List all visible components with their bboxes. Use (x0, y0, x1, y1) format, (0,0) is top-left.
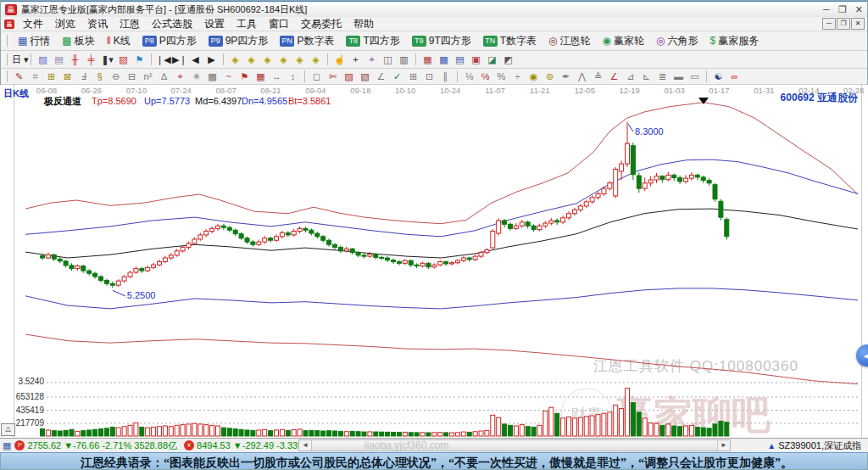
wave-tool[interactable]: ~ (221, 70, 236, 83)
sectors-button[interactable]: ▩板块 (57, 32, 99, 50)
horizontal-scrollbar[interactable]: ◄ ► (298, 439, 731, 451)
ink-line-tool[interactable]: ✒ (559, 70, 573, 83)
select-region-icon[interactable]: ▧ (116, 53, 131, 66)
quote-table-icon[interactable]: ▦ (3, 440, 11, 451)
t-square-button[interactable]: T8T四方形 (341, 32, 404, 50)
hexagon-button[interactable]: ◎六角形 (651, 32, 703, 50)
triangle-line-tool[interactable]: ≜ (591, 70, 605, 83)
p-square-button[interactable]: P8P四方形 (137, 32, 202, 50)
note-panel-icon[interactable]: ▤ (52, 53, 66, 66)
scroll-left-arrow[interactable]: ◄ (299, 440, 312, 450)
menu-formula-select[interactable]: 公式选股 (146, 18, 198, 31)
angle-tool[interactable]: ∆ (157, 70, 171, 83)
parallel-lines-tool[interactable]: ∥ (438, 70, 453, 83)
height-measure-tool[interactable]: ↕ (286, 70, 300, 83)
gann-square-tool[interactable]: ⊞ (44, 70, 58, 83)
child-minimize-button[interactable]: ─ (822, 18, 836, 30)
hand-tool[interactable]: ☝ (332, 53, 347, 66)
infinity-tool[interactable]: ∞ (727, 70, 742, 83)
kline-chart[interactable]: 3.524065312843541921770906-0806-2607-100… (0, 85, 868, 438)
fan-rays-tool[interactable]: ✄ (326, 70, 340, 83)
gann-square9-tool[interactable]: ⊠ (60, 70, 75, 83)
flag-tool[interactable]: ⚑ (237, 70, 252, 83)
menu-settings[interactable]: 设置 (198, 18, 231, 31)
zigzag-tool[interactable]: ✓ (390, 70, 404, 83)
scroll-right-arrow[interactable]: ► (717, 440, 730, 450)
menu-browse[interactable]: 浏览 (49, 18, 81, 31)
child-restore-button[interactable]: ❐ (837, 18, 850, 30)
gold-circle-tool[interactable]: ◉ (526, 70, 541, 83)
go-first-button[interactable]: ❘◀ (156, 53, 170, 66)
market-quote-button[interactable]: ▦行情 (13, 32, 55, 50)
diamond-compress-xy[interactable]: ◈ (309, 53, 323, 66)
box-select-tool[interactable]: ◻ (309, 70, 324, 83)
peak-line-tool[interactable]: ⋀ (575, 70, 589, 83)
width-measure-tool[interactable]: ↔ (270, 70, 284, 83)
menu-trade-entrust[interactable]: 交易委托 (295, 18, 348, 31)
taiji-tool[interactable]: ☯ (711, 70, 726, 83)
ratio-tool[interactable]: ⅛ (462, 70, 476, 83)
diamond-expand-xy[interactable]: ◈ (292, 53, 307, 66)
band-tool[interactable]: ⊟ (125, 70, 139, 83)
frame-grid-tool[interactable]: ⊡ (422, 70, 437, 83)
grid-net-tool[interactable]: ▩ (205, 70, 220, 83)
export-icon[interactable]: ◪ (485, 53, 499, 66)
diamond-expand-y[interactable]: ◈ (276, 53, 291, 66)
kline-red-icon[interactable]: ╫ (68, 53, 82, 66)
angle-up-tool[interactable]: ∠ (607, 70, 621, 83)
calculator-icon[interactable]: ▩ (437, 53, 451, 66)
winner-service-button[interactable]: $赢家服务 (705, 32, 765, 50)
gann-grid-tool[interactable]: ⌗ (28, 70, 42, 83)
run-icon[interactable]: ◩ (501, 53, 515, 66)
draw-pen-tool[interactable]: ✎ (12, 70, 26, 83)
child-close-button[interactable]: ✕ (851, 18, 865, 30)
shade-box-tool[interactable]: ▨ (342, 70, 356, 83)
bottom-box-tool[interactable]: ▭ (687, 70, 702, 83)
n-square-tool[interactable]: n² (141, 70, 155, 83)
menu-news[interactable]: 资讯 (81, 18, 114, 31)
shanghai-index-quote[interactable]: 2755.62 ▼-76.66 -2.71% 3528.88亿 (27, 439, 177, 452)
gann-fan-tool[interactable]: Ⅎ (76, 70, 91, 83)
menu-gann[interactable]: 江恩 (114, 18, 146, 31)
save-icon[interactable]: ▣ (469, 53, 483, 66)
angle-right-tool[interactable]: ⊿ (623, 70, 637, 83)
spiral-tool[interactable]: § (92, 70, 107, 83)
percent-zone-tool[interactable]: ℅ (478, 70, 492, 83)
9p-square-button[interactable]: P99P四方形 (203, 32, 274, 50)
menu-window[interactable]: 窗口 (263, 18, 295, 31)
shade-box2-tool[interactable]: ▧ (358, 70, 372, 83)
divide-line-tool[interactable]: ÷ (510, 70, 525, 83)
notes-icon[interactable]: ▤ (453, 53, 467, 66)
menu-help[interactable]: 帮助 (348, 18, 380, 31)
top-box-tool[interactable]: ▬ (671, 70, 686, 83)
report-window-icon[interactable]: ▥ (397, 53, 411, 66)
p-number-table-button[interactable]: PNP数字表 (275, 32, 339, 50)
magnify-pick-tool[interactable]: ⌖ (364, 53, 379, 66)
gann-wheel-button[interactable]: ◎江恩轮 (543, 32, 595, 50)
ray-star-tool[interactable]: ✳ (189, 70, 203, 83)
t-number-table-button[interactable]: TNT数字表 (478, 32, 542, 50)
kline-red2-icon[interactable]: ╪ (84, 53, 98, 66)
go-next-button[interactable]: ▶ (204, 53, 219, 66)
calendar-icon[interactable]: ▦ (420, 53, 435, 66)
9t-square-button[interactable]: T99T四方形 (407, 32, 476, 50)
go-prev-button[interactable]: ◀ (188, 53, 203, 66)
kline-button[interactable]: ‖K线 (102, 32, 136, 50)
angle-line-tool[interactable]: ∠ (374, 70, 388, 83)
diamond-expand-x[interactable]: ◈ (244, 53, 259, 66)
dense-grid-tool[interactable]: ⊞ (406, 70, 420, 83)
index-selector[interactable]: ▲ SZ399001,深证成指 (767, 439, 861, 452)
stats-window-icon[interactable]: ◫ (381, 53, 395, 66)
chart-area[interactable]: 日K线 3.524065312843541921770906-0806-2607… (0, 85, 868, 438)
gold-line-tool[interactable]: ⊜ (542, 70, 557, 83)
target-tool[interactable]: ⌖ (173, 70, 187, 83)
pane-toggle-button[interactable]: △ (1, 423, 15, 436)
candle-style-dropdown[interactable]: ❚▾ (100, 53, 114, 66)
go-last-button[interactable]: ▶❘ (172, 53, 186, 66)
menu-tools[interactable]: 工具 (231, 18, 263, 31)
close-button[interactable]: ✕ (855, 4, 863, 15)
diamond-compress-y[interactable]: ◈ (260, 53, 275, 66)
restore-button[interactable]: ❐ (838, 4, 847, 15)
period-day-dropdown[interactable]: 日 ▾ (12, 53, 26, 66)
draw-flag-icon[interactable]: ⚑ (132, 53, 147, 66)
